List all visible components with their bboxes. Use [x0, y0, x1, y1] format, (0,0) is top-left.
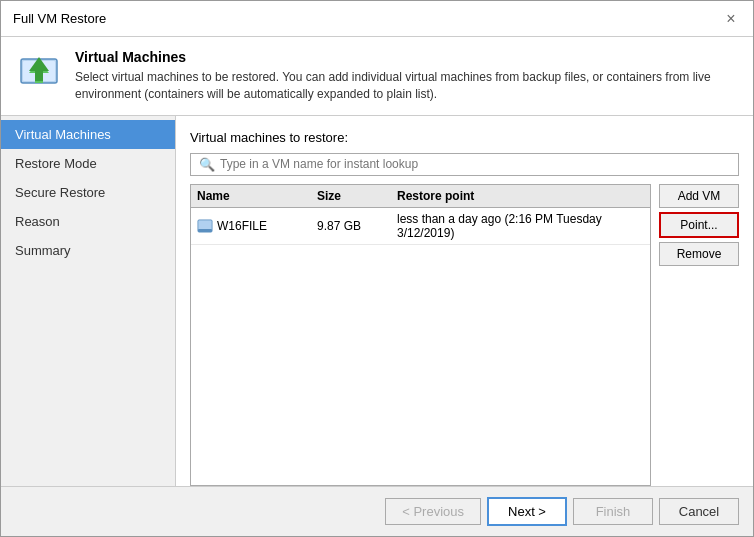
- table-row[interactable]: W16FILE 9.87 GB less than a day ago (2:1…: [191, 208, 650, 245]
- next-button[interactable]: Next >: [487, 497, 567, 526]
- table-actions: Add VM Point... Remove: [659, 184, 739, 486]
- finish-button[interactable]: Finish: [573, 498, 653, 525]
- add-vm-button[interactable]: Add VM: [659, 184, 739, 208]
- vm-table-area: Name Size Restore point W16FILE: [190, 184, 739, 486]
- header-icon: [17, 49, 61, 96]
- header-text: Virtual Machines Select virtual machines…: [75, 49, 737, 103]
- search-box[interactable]: 🔍: [190, 153, 739, 176]
- vm-size: 9.87 GB: [317, 219, 397, 233]
- remove-button[interactable]: Remove: [659, 242, 739, 266]
- vm-name-cell: W16FILE: [197, 218, 317, 234]
- vm-restore-point: less than a day ago (2:16 PM Tuesday 3/1…: [397, 212, 644, 240]
- main-panel: Virtual machines to restore: 🔍 Name Size…: [176, 116, 753, 486]
- sidebar: Virtual Machines Restore Mode Secure Res…: [1, 116, 176, 486]
- svg-rect-8: [198, 229, 212, 232]
- svg-rect-7: [199, 221, 211, 229]
- search-icon: 🔍: [199, 157, 215, 172]
- section-title: Virtual machines to restore:: [190, 130, 739, 145]
- dialog-title: Full VM Restore: [13, 11, 106, 26]
- vm-table: Name Size Restore point W16FILE: [190, 184, 651, 486]
- search-input[interactable]: [220, 157, 730, 171]
- col-restore-point: Restore point: [397, 189, 644, 203]
- title-bar: Full VM Restore ×: [1, 1, 753, 37]
- sidebar-item-summary[interactable]: Summary: [1, 236, 175, 265]
- full-vm-restore-dialog: Full VM Restore × Virtual Machines Selec…: [0, 0, 754, 537]
- sidebar-item-secure-restore[interactable]: Secure Restore: [1, 178, 175, 207]
- vm-name: W16FILE: [217, 219, 267, 233]
- content-area: Virtual Machines Restore Mode Secure Res…: [1, 116, 753, 486]
- previous-button[interactable]: < Previous: [385, 498, 481, 525]
- vm-file-icon: [197, 218, 213, 234]
- sidebar-item-virtual-machines[interactable]: Virtual Machines: [1, 120, 175, 149]
- title-bar-left: Full VM Restore: [13, 11, 106, 26]
- header-description: Select virtual machines to be restored. …: [75, 69, 737, 103]
- footer: < Previous Next > Finish Cancel: [1, 486, 753, 536]
- table-header: Name Size Restore point: [191, 185, 650, 208]
- sidebar-item-reason[interactable]: Reason: [1, 207, 175, 236]
- col-size: Size: [317, 189, 397, 203]
- cancel-button[interactable]: Cancel: [659, 498, 739, 525]
- sidebar-item-restore-mode[interactable]: Restore Mode: [1, 149, 175, 178]
- header-section: Virtual Machines Select virtual machines…: [1, 37, 753, 116]
- close-button[interactable]: ×: [721, 9, 741, 29]
- svg-rect-5: [35, 71, 43, 81]
- header-title: Virtual Machines: [75, 49, 737, 65]
- point-button[interactable]: Point...: [659, 212, 739, 238]
- col-name: Name: [197, 189, 317, 203]
